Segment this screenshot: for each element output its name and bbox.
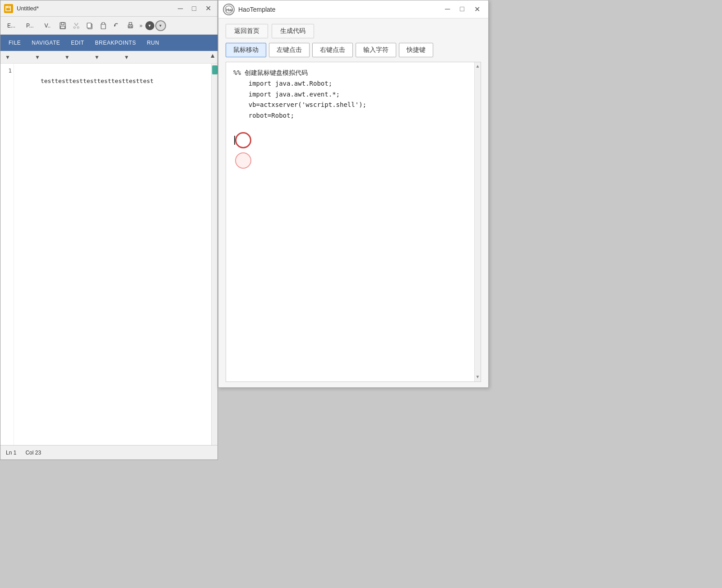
toolbar-save-btn[interactable]	[56, 19, 69, 32]
arrow-file[interactable]: ▼	[5, 54, 10, 60]
svg-rect-10	[101, 24, 106, 29]
svg-rect-14	[129, 23, 132, 25]
hao-code-content[interactable]: %% 创建鼠标键盘模拟代码 import java.awt.Robot; imp…	[226, 62, 481, 381]
editor-window-controls: ─ □ ✕	[175, 3, 214, 14]
svg-rect-3	[60, 23, 65, 29]
svg-point-6	[74, 27, 75, 28]
hao-title: HaoTemplate	[238, 6, 438, 13]
svg-rect-0	[6, 6, 10, 11]
hao-content: 返回首页 生成代码 鼠标移动 左键点击 右键点击 输入字符 快捷键 %% 创建鼠…	[218, 18, 488, 387]
editor-app-icon	[4, 4, 13, 13]
nav-mouse-move[interactable]: 鼠标移动	[226, 43, 266, 57]
hao-code-area: %% 创建鼠标键盘模拟代码 import java.awt.Robot; imp…	[226, 62, 481, 382]
menu-bar: FILE NAVIGATE EDIT BREAKPOINTS RUN	[0, 35, 218, 51]
arrow-breakpoints[interactable]: ▼	[94, 54, 100, 60]
hao-minimize-btn[interactable]: ─	[441, 4, 454, 14]
scroll-thumb	[212, 65, 218, 74]
hao-scrollbar[interactable]: ▲ ▼	[474, 62, 481, 381]
hao-window: Hao HaoTemplate ─ □ ✕ 返回首页 生成代码 鼠标移动 左键点…	[218, 0, 489, 388]
status-ln-label: Ln 1	[6, 450, 16, 456]
hao-window-controls: ─ □ ✕	[441, 4, 484, 14]
line-number-1: 1	[2, 67, 12, 74]
hao-nav-buttons: 鼠标移动 左键点击 右键点击 输入字符 快捷键	[226, 43, 481, 57]
toolbar-print-btn[interactable]	[124, 19, 137, 32]
svg-rect-5	[60, 26, 65, 28]
editor-close-btn[interactable]: ✕	[203, 3, 214, 14]
svg-text:Hao: Hao	[226, 8, 233, 12]
scroll-up-btn[interactable]: ▲	[209, 52, 216, 59]
toolbar-copy-btn[interactable]	[83, 19, 96, 32]
toolbar-more-btn[interactable]: »	[138, 22, 144, 30]
nav-right-click[interactable]: 右键点击	[312, 43, 353, 57]
scroll-up-arrow[interactable]: ▲	[474, 62, 481, 70]
hao-logo-icon: Hao	[223, 4, 235, 15]
editor-scrollbar[interactable]	[211, 64, 218, 445]
menu-run[interactable]: RUN	[142, 38, 164, 48]
hao-maximize-btn[interactable]: □	[456, 4, 468, 14]
circle-solid-indicator	[235, 132, 251, 148]
code-line-1: testtesttesttesttesttesttesttest	[41, 78, 153, 84]
circle-light	[235, 152, 251, 169]
editor-content: 1 testtesttesttesttesttesttesttest	[0, 64, 218, 445]
generate-code-btn[interactable]: 生成代码	[272, 24, 314, 38]
svg-rect-11	[102, 23, 105, 24]
menu-edit[interactable]: EDIT	[66, 38, 88, 48]
circle-light-indicator	[235, 152, 251, 170]
arrow-edit[interactable]: ▼	[65, 54, 70, 60]
arrows-row: ▼ ▼ ▼ ▼ ▼ ▲	[0, 51, 218, 64]
editor-minimize-btn[interactable]: ─	[175, 4, 185, 14]
status-col-label: Col 23	[25, 450, 41, 456]
arrow-navigate[interactable]: ▼	[35, 54, 40, 60]
status-bar: Ln 1 Col 23	[0, 445, 218, 459]
menu-navigate[interactable]: NAVIGATE	[27, 38, 65, 48]
scroll-down-arrow[interactable]: ▼	[474, 373, 481, 381]
svg-point-7	[77, 27, 79, 28]
arrow-run[interactable]: ▼	[124, 54, 130, 60]
editor-title: Untitled*	[17, 5, 171, 12]
toolbar-tab-e[interactable]: E...	[2, 20, 20, 31]
code-comment: %% 创建鼠标键盘模拟代码	[233, 69, 308, 76]
svg-rect-4	[61, 23, 64, 25]
svg-rect-15	[129, 26, 132, 28]
hao-titlebar: Hao HaoTemplate ─ □ ✕	[218, 0, 488, 18]
svg-marker-12	[114, 25, 116, 27]
code-editor[interactable]: testtesttesttesttesttesttesttest	[14, 64, 211, 445]
nav-left-click[interactable]: 左键点击	[269, 43, 310, 57]
circle-indicators	[234, 132, 251, 148]
toolbar-options-btn[interactable]: ▾	[145, 21, 154, 30]
code-line4: robot=Robot;	[233, 112, 294, 119]
line-numbers: 1	[0, 64, 14, 445]
code-line1: import java.awt.Robot;	[233, 80, 332, 87]
toolbar-extra-btn[interactable]: ▾	[155, 20, 166, 31]
editor-window: Untitled* ─ □ ✕ E... P... V.. » ▾	[0, 0, 218, 460]
back-home-btn[interactable]: 返回首页	[226, 24, 268, 38]
toolbar-undo-btn[interactable]	[111, 19, 123, 32]
editor-titlebar: Untitled* ─ □ ✕	[0, 0, 218, 17]
code-line2: import java.awt.event.*;	[233, 91, 340, 98]
nav-shortcut[interactable]: 快捷键	[399, 43, 433, 57]
toolbar-paste-btn[interactable]	[97, 19, 110, 32]
nav-input-char[interactable]: 输入字符	[356, 43, 396, 57]
toolbar-cut-btn[interactable]	[70, 19, 83, 32]
editor-toolbar: E... P... V.. » ▾ ▾	[0, 17, 218, 35]
svg-rect-9	[87, 23, 91, 28]
menu-file[interactable]: FILE	[4, 38, 25, 48]
hao-close-btn[interactable]: ✕	[471, 4, 484, 14]
toolbar-tab-p[interactable]: P...	[21, 20, 38, 31]
cursor-line	[233, 132, 473, 150]
hao-top-buttons: 返回首页 生成代码	[226, 24, 481, 38]
code-line3: vb=actxserver('wscript.shell');	[233, 101, 366, 108]
toolbar-tab-v[interactable]: V..	[39, 20, 56, 31]
menu-breakpoints[interactable]: BREAKPOINTS	[91, 38, 141, 48]
editor-maximize-btn[interactable]: □	[189, 4, 199, 14]
